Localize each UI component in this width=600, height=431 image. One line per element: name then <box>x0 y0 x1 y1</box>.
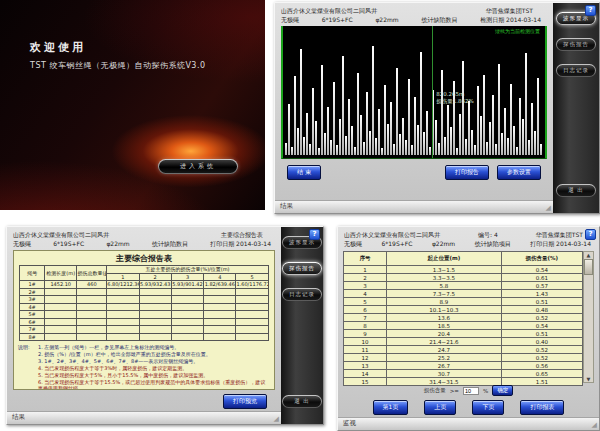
table-cell: 30.7 <box>387 370 502 378</box>
waveform-bar <box>387 124 389 155</box>
table-cell <box>107 296 139 304</box>
table-row[interactable]: 818.50.54 <box>344 322 583 330</box>
waveform-plot[interactable]: 绿线为当前检测位置 820.265m 损伤量1.862% <box>281 26 547 159</box>
table-cell: 2# <box>20 288 45 296</box>
resize-grip[interactable]: ◢ <box>592 421 597 429</box>
side-button-label: 日志记录 <box>283 289 321 300</box>
waveform-bar <box>426 111 428 155</box>
resize-grip[interactable]: ◢ <box>274 415 279 423</box>
nav-button-打印报表[interactable]: 打印报表 <box>520 400 564 415</box>
filter-label: 损伤含量 <box>424 387 446 394</box>
side-button-探伤报告[interactable]: 探伤报告 <box>556 38 596 51</box>
table-row[interactable]: 920.40.51 <box>344 330 583 338</box>
table-cell: 7.3~7.5 <box>387 290 502 298</box>
table-cell: 3# <box>20 296 45 304</box>
table-row[interactable]: 23.3~3.50.61 <box>344 274 583 282</box>
table-cell: 0.54 <box>501 266 582 274</box>
table-cell <box>236 326 268 334</box>
waveform-bar <box>321 65 323 155</box>
scroll-down-icon[interactable]: ▼ <box>587 376 591 382</box>
waveform-bar <box>285 143 287 155</box>
report-notes: 说明: 1. 左侧第一列（绳号）一栏，参见屏幕左上角标注的测绳编号。2. 损伤（… <box>14 341 274 390</box>
table-cell <box>45 318 77 326</box>
table-row[interactable]: 1430.70.65 <box>344 370 583 378</box>
table-cell <box>77 311 107 319</box>
report-label: 主要综合报告表 <box>221 230 263 239</box>
side-button-日志记录[interactable]: 日志记录 <box>282 288 322 301</box>
nav-button-上页[interactable]: 上页 <box>424 400 456 415</box>
splash-welcome-text: 欢迎使用 <box>30 40 86 55</box>
defect-col-header: 序号 <box>344 252 387 266</box>
action-button-结束[interactable]: 结 束 <box>287 165 321 180</box>
table-row[interactable]: 713.60.52 <box>344 314 583 322</box>
table-cell: 7# <box>20 326 45 334</box>
table-cell: 6# <box>20 318 45 326</box>
cursor-position: 820.265m <box>436 91 473 98</box>
table-row[interactable]: 1124.70.52 <box>344 346 583 354</box>
nav-button-下页[interactable]: 下页 <box>472 400 504 415</box>
table-row[interactable]: 11.3~1.50.54 <box>344 266 583 274</box>
nav-button-第1页[interactable]: 第1页 <box>373 400 409 415</box>
report-sub-header: 5 <box>236 273 268 281</box>
stat-label: 统计缺陷数目 <box>421 15 457 24</box>
side-button-label: 日志记录 <box>557 65 595 76</box>
table-cell: 8.9 <box>387 298 502 306</box>
note-line: 2. 损伤（%）/位置（m）栏中，给出全部最严重的五处损伤含量及所在位置。 <box>38 351 270 358</box>
table-row: 6# <box>20 318 269 326</box>
waveform-bar <box>330 140 332 155</box>
table-row[interactable]: 47.3~7.51.43 <box>344 290 583 298</box>
waveform-bar <box>342 56 344 155</box>
table-cell <box>107 311 139 319</box>
resize-grip[interactable]: ◢ <box>546 204 551 212</box>
report-col-header: 损伤总数量(处) <box>77 266 107 281</box>
exit-button-label: 退 出 <box>557 185 595 196</box>
exit-button[interactable]: 退 出 <box>282 395 322 408</box>
table-cell: 3 <box>344 282 387 290</box>
scroll-up-icon[interactable]: ▲ <box>587 252 591 258</box>
table-row[interactable]: 58.90.51 <box>344 298 583 306</box>
table-cell: 18.5 <box>387 322 502 330</box>
waveform-bar <box>414 97 416 155</box>
print-preview-button[interactable]: 打印预览 <box>223 394 267 409</box>
table-cell <box>171 326 203 334</box>
table-row[interactable]: 610.1~10.30.48 <box>344 306 583 314</box>
table-cell <box>45 326 77 334</box>
help-icon[interactable]: ? <box>309 229 320 240</box>
action-button-打印报告[interactable]: 打印报告 <box>445 165 489 180</box>
help-icon[interactable]: ? <box>585 229 596 240</box>
waveform-bar <box>441 70 443 155</box>
table-cell <box>107 288 139 296</box>
side-button-探伤报告[interactable]: 探伤报告 <box>282 262 322 275</box>
table-cell: 0.65 <box>501 370 582 378</box>
table-row[interactable]: 35.80.57 <box>344 282 583 290</box>
table-row[interactable]: 1225.20.52 <box>344 354 583 362</box>
waveform-bar <box>447 105 449 155</box>
table-cell <box>77 333 107 341</box>
table-cell: 13 <box>344 362 387 370</box>
table-cell <box>171 311 203 319</box>
side-button-日志记录[interactable]: 日志记录 <box>556 64 596 77</box>
exit-button[interactable]: 退 出 <box>556 184 596 197</box>
table-cell <box>107 318 139 326</box>
filter-apply-button[interactable]: 确定 <box>492 385 513 396</box>
waveform-bar <box>510 84 512 155</box>
action-button-参数设置[interactable]: 参数设置 <box>497 165 541 180</box>
enter-system-button[interactable]: 进入系统 <box>158 159 238 174</box>
table-cell: 8 <box>344 322 387 330</box>
help-icon[interactable]: ? <box>585 5 596 16</box>
waveform-cursor-line[interactable] <box>432 26 433 158</box>
table-cell <box>45 288 77 296</box>
waveform-bar <box>465 139 467 155</box>
filter-value-input[interactable] <box>463 387 479 395</box>
table-row[interactable]: 1021.4~21.60.40 <box>344 338 583 346</box>
waveform-bar <box>522 119 524 155</box>
waveform-bar <box>462 61 464 155</box>
scrollbar[interactable]: ▲ ▼ <box>583 251 594 383</box>
defects-header: 山西介休义棠煤业有限公司二回风井 编号: 4 华晋焦煤集团TST 无极绳 6*1… <box>338 227 599 249</box>
table-cell <box>171 296 203 304</box>
table-row[interactable]: 1326.70.56 <box>344 362 583 370</box>
table-cell: 3.3~3.5 <box>387 274 502 282</box>
scroll-thumb[interactable] <box>584 259 593 275</box>
report-title: 主要综合报告表 <box>14 251 274 265</box>
waveform-bar <box>366 92 368 155</box>
